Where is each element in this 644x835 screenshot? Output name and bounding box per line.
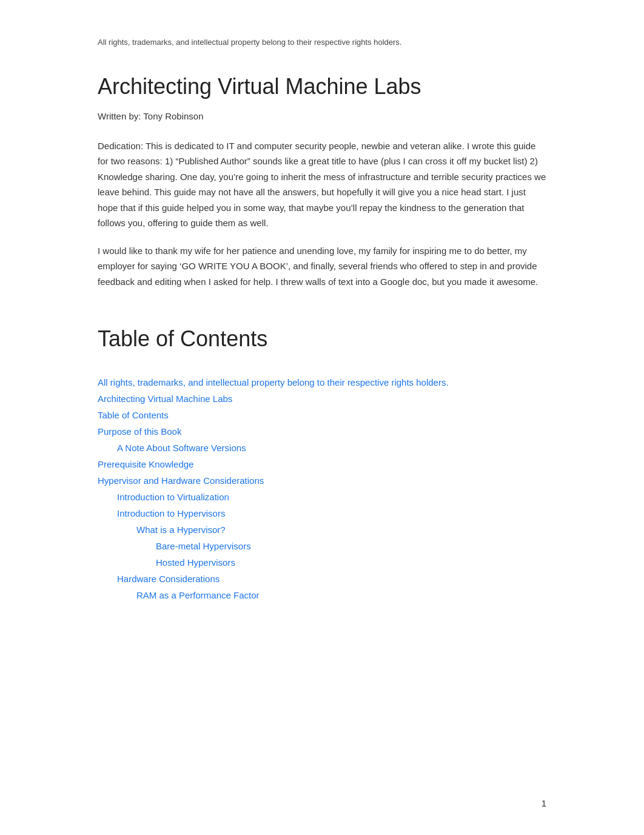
toc-link[interactable]: Introduction to Virtualization [98, 489, 546, 505]
toc-link[interactable]: Table of Contents [98, 407, 546, 423]
toc-item: Architecting Virtual Machine Labs [98, 391, 546, 407]
dedication-text: Dedication: This is dedicated to IT and … [98, 138, 546, 231]
toc-link[interactable]: Purpose of this Book [98, 423, 546, 440]
book-title: Architecting Virtual Machine Labs [98, 73, 546, 99]
toc-item: Introduction to Virtualization [98, 489, 546, 505]
toc-link[interactable]: Prerequisite Knowledge [98, 456, 546, 472]
page-number: 1 [542, 796, 546, 811]
toc-link[interactable]: Architecting Virtual Machine Labs [98, 391, 546, 407]
toc-link[interactable]: A Note About Software Versions [98, 440, 546, 456]
toc-item: Hypervisor and Hardware Considerations [98, 472, 546, 489]
toc-item: Hardware Considerations [98, 571, 546, 587]
toc-link[interactable]: Hypervisor and Hardware Considerations [98, 472, 546, 489]
toc-item: Purpose of this Book [98, 423, 546, 440]
page: All rights, trademarks, and intellectual… [49, 0, 595, 835]
toc-item: A Note About Software Versions [98, 440, 546, 456]
toc-link[interactable]: Hardware Considerations [98, 571, 546, 587]
toc-link[interactable]: Introduction to Hypervisors [98, 505, 546, 521]
toc-link[interactable]: Bare-metal Hypervisors [98, 538, 546, 554]
toc-item: RAM as a Performance Factor [98, 587, 546, 603]
toc-link[interactable]: All rights, trademarks, and intellectual… [98, 374, 546, 391]
author-line: Written by: Tony Robinson [98, 109, 546, 124]
copyright-text: All rights, trademarks, and intellectual… [98, 36, 546, 49]
toc-links: All rights, trademarks, and intellectual… [98, 374, 546, 603]
toc-link[interactable]: Hosted Hypervisors [98, 554, 546, 571]
toc-item: Hosted Hypervisors [98, 554, 546, 571]
toc-item: All rights, trademarks, and intellectual… [98, 374, 546, 391]
toc-item: Introduction to Hypervisors [98, 505, 546, 521]
toc-title: Table of Contents [98, 326, 546, 352]
toc-link[interactable]: RAM as a Performance Factor [98, 587, 546, 603]
toc-item: What is a Hypervisor? [98, 521, 546, 538]
toc-link[interactable]: What is a Hypervisor? [98, 521, 546, 538]
toc-item: Bare-metal Hypervisors [98, 538, 546, 554]
toc-item: Table of Contents [98, 407, 546, 423]
toc-item: Prerequisite Knowledge [98, 456, 546, 472]
thanks-text: I would like to thank my wife for her pa… [98, 243, 546, 290]
